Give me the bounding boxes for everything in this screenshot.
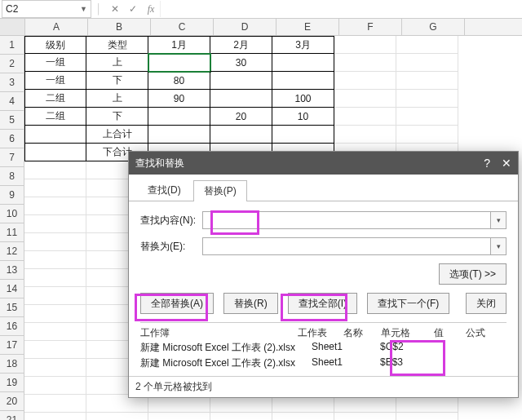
cell[interactable] (24, 215, 86, 233)
results-col-name[interactable]: 名称 (343, 326, 368, 340)
cell[interactable] (86, 413, 148, 420)
cell[interactable]: 下 (86, 72, 148, 90)
cell[interactable] (24, 323, 86, 341)
row-header[interactable]: 6 (0, 130, 24, 148)
cell[interactable]: 90 (148, 90, 210, 108)
results-col-worksheet[interactable]: 工作表 (298, 326, 330, 340)
cell[interactable] (210, 72, 272, 90)
cell[interactable] (210, 90, 272, 108)
row-header[interactable]: 9 (0, 186, 24, 205)
col-header[interactable]: E (276, 19, 339, 35)
help-icon[interactable]: ? (484, 157, 490, 170)
close-icon[interactable]: ✕ (502, 157, 511, 170)
row-header[interactable]: 14 (0, 280, 24, 298)
row-header[interactable]: 8 (0, 167, 24, 186)
confirm-formula-icon[interactable]: ✓ (124, 3, 142, 15)
tab-replace[interactable]: 替换(P) (193, 180, 247, 201)
cell[interactable]: 10 (272, 108, 334, 126)
cell[interactable] (396, 54, 458, 72)
row-header[interactable]: 13 (0, 261, 24, 280)
selected-cell[interactable] (148, 54, 210, 72)
cell[interactable] (24, 179, 86, 197)
col-header[interactable]: B (88, 19, 151, 35)
cell[interactable] (272, 413, 334, 420)
cell[interactable]: 一组 (24, 54, 86, 72)
cell[interactable]: 二组 (24, 90, 86, 108)
row-header[interactable]: 2 (0, 55, 24, 73)
cell[interactable] (272, 54, 334, 72)
cell[interactable]: 30 (210, 54, 272, 72)
cell[interactable] (334, 108, 396, 126)
cell[interactable] (24, 395, 86, 413)
cell[interactable] (396, 413, 458, 420)
cell[interactable] (334, 54, 396, 72)
row-header[interactable]: 20 (0, 392, 24, 411)
cell[interactable] (210, 413, 272, 420)
cell[interactable] (24, 413, 86, 420)
result-row[interactable]: 新建 Microsoft Excel 工作表 (2).xlsx Sheet1 $… (140, 356, 507, 371)
cell[interactable]: 3月 (272, 36, 334, 54)
results-col-cell[interactable]: 单元格 (381, 326, 421, 340)
find-all-button[interactable]: 查找全部(I) (288, 293, 357, 314)
results-col-formula[interactable]: 公式 (466, 326, 493, 340)
cell[interactable] (148, 413, 210, 420)
row-header[interactable]: 12 (0, 242, 24, 261)
row-header[interactable]: 16 (0, 317, 24, 336)
cell[interactable]: 一组 (24, 72, 86, 90)
cell[interactable] (210, 126, 272, 144)
cell[interactable] (334, 126, 396, 144)
cell[interactable] (396, 108, 458, 126)
cell[interactable] (334, 72, 396, 90)
cell[interactable]: 上 (86, 54, 148, 72)
cell[interactable] (24, 233, 86, 251)
cell[interactable]: 20 (210, 108, 272, 126)
insert-function-icon[interactable]: fx (142, 3, 160, 15)
name-box[interactable]: C2 ▼ (2, 0, 91, 18)
col-header[interactable]: G (402, 19, 465, 35)
dialog-titlebar[interactable]: 查找和替换 ? ✕ (129, 152, 518, 175)
cell[interactable] (24, 305, 86, 323)
row-header[interactable]: 15 (0, 298, 24, 317)
col-header[interactable]: F (339, 19, 402, 35)
replace-history-dropdown-icon[interactable]: ▾ (491, 237, 507, 255)
cell[interactable] (24, 377, 86, 395)
row-header[interactable]: 18 (0, 355, 24, 374)
cell[interactable] (148, 126, 210, 144)
formula-input[interactable] (160, 1, 522, 17)
cell[interactable] (272, 126, 334, 144)
close-button[interactable]: 关闭 (466, 293, 507, 314)
cell[interactable] (334, 413, 396, 420)
row-header[interactable]: 19 (0, 374, 24, 392)
col-header[interactable]: C (151, 19, 214, 35)
cell[interactable]: 上 (86, 90, 148, 108)
results-col-workbook[interactable]: 工作簿 (140, 326, 285, 340)
cell[interactable] (396, 126, 458, 144)
cell[interactable] (396, 90, 458, 108)
cell[interactable] (396, 36, 458, 54)
row-header[interactable]: 3 (0, 73, 24, 92)
row-header[interactable]: 10 (0, 205, 24, 223)
cell[interactable] (24, 341, 86, 359)
name-box-dropdown-icon[interactable]: ▼ (80, 5, 87, 13)
cell[interactable] (24, 287, 86, 305)
replace-input[interactable] (202, 237, 491, 255)
result-row[interactable]: 新建 Microsoft Excel 工作表 (2).xlsx Sheet1 $… (140, 340, 507, 356)
cell[interactable] (334, 90, 396, 108)
cell[interactable]: 下 (86, 108, 148, 126)
cell[interactable] (148, 108, 210, 126)
row-header[interactable]: 17 (0, 336, 24, 355)
replace-all-button[interactable]: 全部替换(A) (140, 293, 214, 314)
find-next-button[interactable]: 查找下一个(F) (367, 293, 449, 314)
cell[interactable]: 二组 (24, 108, 86, 126)
col-header[interactable]: A (25, 19, 88, 35)
cell[interactable]: 类型 (86, 36, 148, 54)
find-input[interactable] (202, 211, 491, 229)
results-col-value[interactable]: 值 (434, 326, 453, 340)
cell[interactable] (334, 36, 396, 54)
cancel-formula-icon[interactable]: ✕ (106, 3, 124, 15)
cell[interactable] (24, 269, 86, 287)
col-header[interactable]: D (214, 19, 276, 35)
cell[interactable]: 80 (148, 72, 210, 90)
options-button[interactable]: 选项(T) >> (439, 263, 507, 285)
cell[interactable] (24, 251, 86, 269)
